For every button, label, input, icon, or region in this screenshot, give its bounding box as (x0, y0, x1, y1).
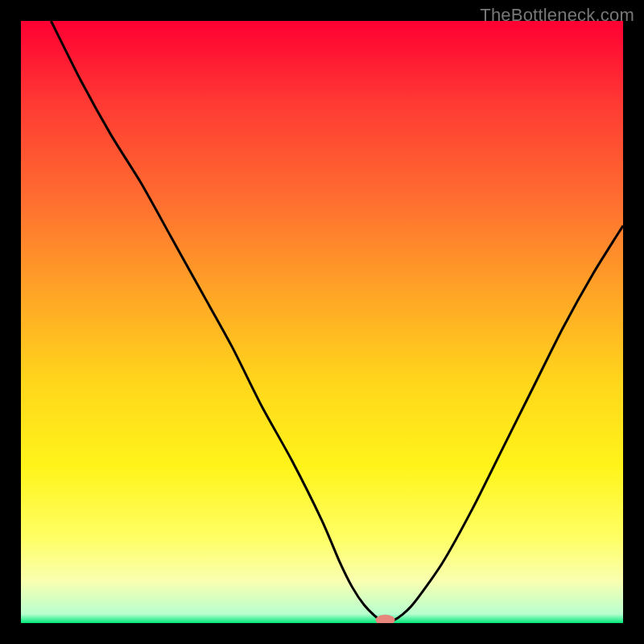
bottleneck-chart: TheBottleneck.com (0, 0, 644, 644)
plot-area (21, 21, 623, 625)
gradient-background (21, 21, 623, 623)
chart-svg (0, 0, 644, 644)
watermark-text: TheBottleneck.com (480, 5, 634, 26)
